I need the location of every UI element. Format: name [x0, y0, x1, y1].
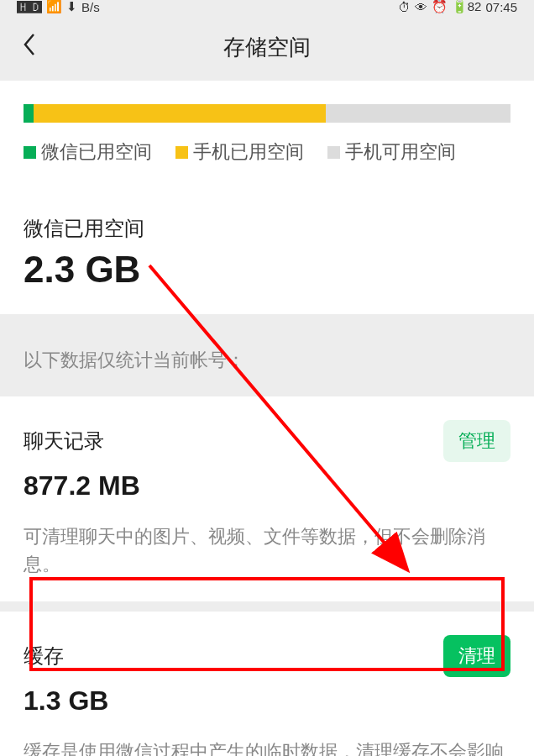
status-right: ⏱ 👁 ⏰ 🔋82 07:45: [398, 0, 517, 14]
status-left: 🅷🅳 📶 ⬇ B/s: [17, 0, 100, 14]
cache-title: 缓存: [24, 643, 64, 669]
eye-icon: 👁: [415, 0, 427, 14]
progress-phone: [34, 104, 326, 123]
legend-box-yellow: [175, 146, 188, 159]
time-text: 07:45: [485, 0, 517, 14]
chat-history-value: 877.2 MB: [24, 470, 510, 501]
clock-icon: ⏱: [398, 0, 411, 14]
storage-progress-bar: [24, 104, 510, 123]
cache-card: 缓存 清理 1.3 GB 缓存是使用微信过程中产生的临时数据，清理缓存不会影响微…: [0, 612, 534, 756]
wifi-icon: ⬇: [66, 0, 77, 14]
progress-wechat: [24, 104, 34, 123]
chat-history-title: 聊天记录: [24, 428, 104, 454]
status-bar: 🅷🅳 📶 ⬇ B/s ⏱ 👁 ⏰ 🔋82 07:45: [0, 0, 534, 13]
chat-history-card: 聊天记录 管理 877.2 MB 可清理聊天中的图片、视频、文件等数据，但不会删…: [0, 396, 534, 601]
legend-wechat-label: 微信已用空间: [41, 139, 152, 165]
cache-value: 1.3 GB: [24, 685, 510, 717]
battery-icon: 🔋82: [452, 0, 482, 14]
legend-box-green: [24, 146, 36, 159]
hd-icon: 🅷🅳: [17, 0, 42, 14]
legend-available: 手机可用空间: [327, 139, 456, 165]
speed-text: B/s: [81, 0, 100, 14]
legend-phone-label: 手机已用空间: [193, 139, 304, 165]
legend-wechat: 微信已用空间: [24, 139, 152, 165]
signal-icon: 📶: [46, 0, 62, 14]
header: 存储空间: [0, 13, 534, 81]
page-title: 存储空间: [17, 33, 517, 62]
cache-desc: 缓存是使用微信过程中产生的临时数据，清理缓存不会影响微信的正常使用。: [24, 738, 510, 756]
chat-history-desc: 可清理聊天中的图片、视频、文件等数据，但不会删除消息。: [24, 522, 510, 578]
legend-box-gray: [327, 146, 340, 159]
legend-available-label: 手机可用空间: [345, 139, 456, 165]
clean-button[interactable]: 清理: [443, 635, 510, 677]
storage-title: 微信已用空间: [24, 215, 510, 242]
alarm-icon: ⏰: [432, 0, 448, 14]
manage-button[interactable]: 管理: [443, 420, 510, 462]
legend-phone: 手机已用空间: [175, 139, 304, 165]
back-button[interactable]: [21, 32, 38, 63]
storage-overview-card: 微信已用空间 手机已用空间 手机可用空间 微信已用空间 2.3 GB: [0, 81, 534, 314]
section-header: 以下数据仅统计当前帐号：: [0, 324, 534, 396]
legend: 微信已用空间 手机已用空间 手机可用空间: [24, 139, 510, 165]
storage-value: 2.3 GB: [24, 249, 510, 291]
